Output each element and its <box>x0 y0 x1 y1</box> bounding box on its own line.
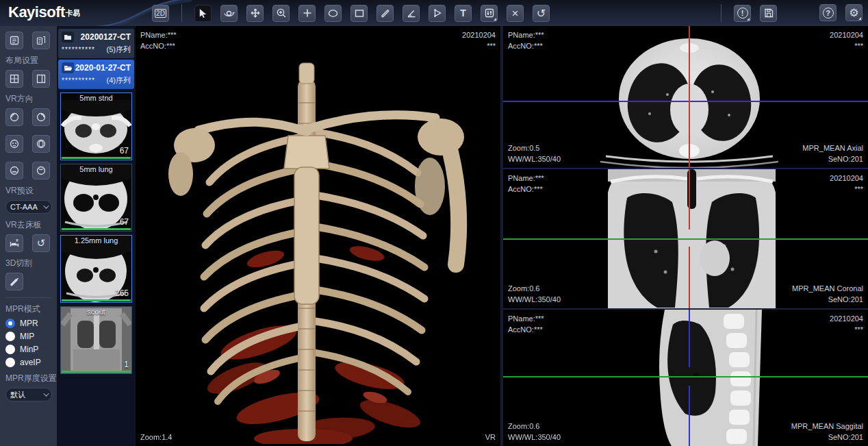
axial-zoom: Zoom:0.5 <box>508 143 561 153</box>
thumbnail-label: 1.25mm lung <box>61 236 131 245</box>
rotate-3d-tool-button[interactable] <box>220 5 238 22</box>
sagittal-patient-overlay: PName:*** AccNO:*** <box>508 313 544 335</box>
series-thumbnail-scout[interactable]: scout 1 <box>60 306 132 374</box>
sagittal-date: 20210204 <box>830 313 863 324</box>
angle-tool-button[interactable] <box>403 5 420 22</box>
sagittal-crosshair-vertical-blue-top[interactable] <box>689 310 690 367</box>
coronal-crosshair-horizontal-green[interactable] <box>503 238 868 240</box>
zoom-in-tool-button[interactable] <box>272 5 290 22</box>
thumbnail-label: scout <box>61 308 131 316</box>
vr-manubrium <box>284 136 329 169</box>
series-thumbnail-5mm-stnd[interactable]: 5mm stnd 67 <box>60 92 132 160</box>
axial-crosshair-vertical-red[interactable] <box>689 26 690 168</box>
window-level-tool-button[interactable] <box>481 5 498 22</box>
mpr-axial-viewport[interactable]: PName:*** AccNO:*** 20210204 *** Zoom:0.… <box>503 26 868 169</box>
thumbnail-label: 5mm stnd <box>61 94 131 102</box>
2d-mode-button[interactable]: 2D <box>152 5 169 22</box>
sagittal-zoom-overlay: Zoom:0.6 WW/WL:350/40 <box>508 421 561 443</box>
rectangle-tool-button[interactable] <box>350 5 368 22</box>
vr-head-right-button[interactable] <box>32 108 50 126</box>
series-panel-button[interactable] <box>32 32 50 49</box>
layout-split-button[interactable] <box>32 70 50 88</box>
layout-grid-button[interactable] <box>5 70 23 88</box>
folder-open-icon <box>62 62 74 73</box>
sagittal-series-overlay: MPR_MEAN Saggital SeNO:201 <box>791 421 863 443</box>
vr-study-overlay: 20210204 *** <box>462 29 496 51</box>
info-icon: ! <box>737 8 748 18</box>
coronal-wwwl: WW/WL:350/40 <box>508 294 561 305</box>
axial-zoom-overlay: Zoom:0.5 WW/WL:350/40 <box>508 143 561 164</box>
settings-button[interactable]: ⚙ <box>845 4 863 21</box>
radio-label: MinP <box>20 345 38 354</box>
vr-preset-select[interactable]: CT-AAA <box>5 200 52 214</box>
text-tool-icon: T <box>460 8 466 18</box>
vr-face-back-button[interactable] <box>32 135 50 153</box>
vr-ribs-right <box>311 132 424 392</box>
mpr-mode-radio-aveip[interactable]: aveIP <box>5 358 51 367</box>
thumbnail-image-count: 265 <box>115 288 129 298</box>
series-thumbnail-5mm-lung[interactable]: 5mm lung 67 <box>60 164 132 232</box>
ellipse-tool-button[interactable] <box>324 5 342 22</box>
cursor-tool-button[interactable] <box>194 5 212 22</box>
coronal-crosshair-vertical-red-top[interactable] <box>689 169 690 230</box>
ellipse-icon <box>327 8 339 18</box>
sagittal-crosshair-horizontal-green[interactable] <box>503 376 868 377</box>
thumbnail-progress-bar <box>62 299 131 301</box>
remove-bed-button[interactable] <box>5 234 23 252</box>
mpr-mode-radio-minp[interactable]: MinP <box>5 345 51 354</box>
vr-ribcage-render <box>163 55 471 444</box>
coronal-seno: SeNO:201 <box>792 294 863 305</box>
series-thumbnail-125mm-lung[interactable]: 1.25mm lung 265 <box>60 235 132 303</box>
study-item-2[interactable]: 2020-01-27-CT ********** (4)序列 <box>58 60 134 89</box>
vr-head-top-icon <box>9 165 20 176</box>
scalpel-button[interactable] <box>5 273 23 290</box>
mpr-mode-radio-mip[interactable]: MIP <box>5 332 51 341</box>
mpr-mode-radio-mpr[interactable]: MPR <box>5 319 51 328</box>
vr-head-bottom-button[interactable] <box>32 162 50 179</box>
2d-mode-icon: 2D <box>155 9 166 18</box>
study-patient-masked: ********** <box>62 77 95 84</box>
chevron-down-icon <box>43 203 49 208</box>
vr-ribs-left <box>204 137 302 401</box>
vr-head-top-button[interactable] <box>5 162 23 179</box>
delete-annotation-button[interactable]: × <box>507 5 524 22</box>
save-button[interactable] <box>760 5 777 22</box>
coronal-study-overlay: 20210204 *** <box>830 173 863 195</box>
info-button[interactable]: ! <box>734 5 751 22</box>
vr-head-left-button[interactable] <box>5 108 23 126</box>
study-item-1[interactable]: 20200127-CT ********** (5)序列 <box>58 29 134 58</box>
coronal-zoom-overlay: Zoom:0.6 WW/WL:350/40 <box>508 283 561 305</box>
left-sidebar: 布局设置 VR方向 <box>0 26 57 446</box>
mpr-sagittal-viewport[interactable]: PName:*** AccNO:*** 20210204 *** Zoom:0.… <box>503 310 868 446</box>
sagittal-ct-image <box>655 310 765 446</box>
polygon-tool-button[interactable] <box>429 5 446 22</box>
axial-pname: PName:*** <box>508 29 544 40</box>
section-label-3d-cut: 3D切割 <box>5 258 51 269</box>
bed-reset-button[interactable]: ↺ <box>32 234 50 252</box>
pan-icon <box>250 8 261 18</box>
crosshair-tool-button[interactable] <box>298 5 316 22</box>
measure-line-tool-button[interactable] <box>376 5 394 22</box>
coronal-crosshair-vertical-red-bottom[interactable] <box>689 247 690 308</box>
text-tool-button[interactable]: T <box>455 5 472 22</box>
axial-label: MPR_MEAN Axial <box>802 143 863 153</box>
logo-text: Kayisoft <box>8 3 65 21</box>
coronal-label: MPR_MEAN Coronal <box>792 283 863 294</box>
sagittal-crosshair-vertical-blue-bottom[interactable] <box>689 386 690 446</box>
vr-humerus-right <box>450 152 459 264</box>
axial-crosshair-horizontal-blue[interactable] <box>503 101 868 102</box>
reset-rotation-button[interactable]: ↺ <box>533 5 550 22</box>
vr-sternum <box>294 167 319 304</box>
vr-patient-overlay: PName:*** AccNO:*** <box>140 29 177 51</box>
mpr-coronal-viewport[interactable]: PName:*** AccNO:*** 20210204 *** Zoom:0.… <box>503 169 868 310</box>
layout-split-icon <box>36 73 47 84</box>
pan-tool-button[interactable] <box>246 5 264 22</box>
vr-head-bottom-icon <box>36 165 47 176</box>
vr-viewport[interactable]: PName:*** AccNO:*** 20210204 *** Zoom:1.… <box>136 26 500 446</box>
help-button[interactable]: ? <box>819 4 837 21</box>
toolbar-separator <box>721 4 722 22</box>
vr-mode-overlay: VR <box>485 432 496 443</box>
report-panel-button[interactable] <box>5 32 23 49</box>
vr-face-front-button[interactable] <box>5 135 23 153</box>
mpr-thickness-select[interactable]: 默认 <box>5 388 52 401</box>
